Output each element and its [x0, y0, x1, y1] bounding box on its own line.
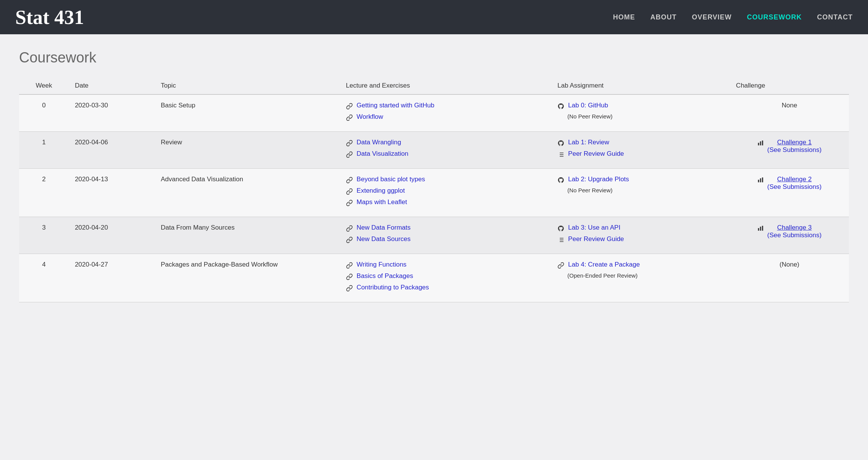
table-header-row: Week Date Topic Lecture and Exercises La… [19, 77, 849, 94]
lab-link[interactable]: Lab 0: GitHub [568, 102, 608, 109]
lecture-link[interactable]: New Data Sources [357, 235, 411, 243]
lecture-link-row: New Data Sources [346, 235, 545, 244]
cell-challenge: (None) [730, 254, 849, 302]
cell-date: 2020-04-06 [69, 132, 155, 169]
cell-date: 2020-04-13 [69, 169, 155, 217]
chain-icon [346, 199, 354, 207]
cell-week: 0 [19, 94, 69, 132]
table-row: 02020-03-30Basic SetupGetting started wi… [19, 94, 849, 132]
chain-icon [557, 261, 566, 269]
cell-date: 2020-03-30 [69, 94, 155, 132]
lecture-link[interactable]: Beyond basic plot types [357, 176, 425, 183]
chain-icon [346, 176, 354, 184]
lecture-link[interactable]: Contributing to Packages [357, 284, 429, 291]
lecture-link[interactable]: Writing Functions [357, 261, 407, 268]
lecture-link[interactable]: Extending ggplot [357, 187, 405, 195]
github-icon [557, 224, 566, 232]
challenge-none: (None) [780, 261, 799, 268]
chain-icon [346, 284, 354, 292]
lecture-link-row: Writing Functions [346, 261, 545, 270]
chain-icon [346, 261, 354, 269]
col-topic: Topic [155, 77, 340, 94]
lecture-link[interactable]: Data Wrangling [357, 139, 401, 146]
cell-lecture: Getting started with GitHubWorkflow [340, 94, 551, 132]
nav-contact[interactable]: CONTACT [817, 13, 853, 21]
github-icon [557, 176, 566, 184]
table-row: 32020-04-20Data From Many SourcesNew Dat… [19, 217, 849, 254]
lab-link-row: Lab 2: Upgrade Plots [557, 176, 724, 185]
challenge-link[interactable]: Challenge 3 [777, 224, 812, 231]
svg-rect-19 [760, 227, 761, 231]
coursework-table: Week Date Topic Lecture and Exercises La… [19, 77, 849, 302]
nav-coursework[interactable]: COURSEWORK [747, 13, 802, 21]
svg-rect-20 [762, 226, 763, 231]
nav-overview[interactable]: OVERVIEW [692, 13, 732, 21]
cell-date: 2020-04-20 [69, 217, 155, 254]
lecture-link-row: Basics of Packages [346, 272, 545, 281]
lab-link[interactable]: Peer Review Guide [568, 235, 624, 243]
chain-icon [346, 236, 354, 244]
challenge-link-row: Challenge 2(See Submissions) [736, 176, 843, 191]
col-lecture: Lecture and Exercises [340, 77, 551, 94]
lecture-link[interactable]: New Data Formats [357, 224, 411, 232]
lecture-link-row: Contributing to Packages [346, 284, 545, 293]
bar-chart-icon [757, 139, 766, 146]
lecture-link[interactable]: Data Visualization [357, 150, 408, 158]
github-icon [557, 139, 566, 147]
cell-lab: Lab 0: GitHub(No Peer Review) [551, 94, 730, 132]
nav-about[interactable]: ABOUT [650, 13, 677, 21]
lab-sub-text: (No Peer Review) [567, 113, 724, 120]
site-header: Stat 431 HOME ABOUT OVERVIEW COURSEWORK … [0, 0, 868, 34]
challenge-link[interactable]: Challenge 2 [777, 176, 812, 183]
chain-icon [346, 102, 354, 110]
lecture-link-row: Extending ggplot [346, 187, 545, 196]
challenge-sub: (See Submissions) [767, 232, 822, 239]
col-date: Date [69, 77, 155, 94]
lecture-link[interactable]: Getting started with GitHub [357, 102, 434, 109]
chain-icon [346, 187, 354, 195]
page-content: Coursework Week Date Topic Lecture and E… [0, 34, 868, 460]
cell-topic: Packages and Package-Based Workflow [155, 254, 340, 302]
table-row: 22020-04-13Advanced Data VisualizationBe… [19, 169, 849, 217]
lecture-link[interactable]: Maps with Leaflet [357, 198, 407, 206]
svg-rect-8 [762, 141, 763, 145]
site-title: Stat 431 [15, 6, 84, 29]
lab-link[interactable]: Lab 4: Create a Package [568, 261, 640, 268]
lecture-link-row: Getting started with GitHub [346, 102, 545, 111]
cell-challenge: Challenge 3(See Submissions) [730, 217, 849, 254]
lab-link[interactable]: Peer Review Guide [568, 150, 624, 158]
list-icon [557, 150, 566, 158]
col-challenge: Challenge [730, 77, 849, 94]
lab-sub-text: (No Peer Review) [567, 187, 724, 193]
lab-link[interactable]: Lab 1: Review [568, 139, 609, 146]
main-nav: HOME ABOUT OVERVIEW COURSEWORK CONTACT [613, 13, 853, 21]
cell-lecture: Data WranglingData Visualization [340, 132, 551, 169]
cell-lab: Lab 2: Upgrade Plots(No Peer Review) [551, 169, 730, 217]
cell-week: 4 [19, 254, 69, 302]
lecture-link[interactable]: Basics of Packages [357, 272, 413, 280]
cell-challenge: Challenge 1(See Submissions) [730, 132, 849, 169]
lecture-link-row: Data Wrangling [346, 139, 545, 148]
nav-home[interactable]: HOME [613, 13, 635, 21]
lecture-link-row: Workflow [346, 113, 545, 122]
cell-week: 1 [19, 132, 69, 169]
table-row: 12020-04-06ReviewData WranglingData Visu… [19, 132, 849, 169]
github-icon [557, 102, 566, 110]
lab-sub-text: (Open-Ended Peer Review) [567, 272, 724, 279]
chain-icon [346, 224, 354, 232]
svg-rect-18 [758, 228, 759, 231]
col-lab: Lab Assignment [551, 77, 730, 94]
cell-challenge: None [730, 94, 849, 132]
svg-rect-6 [758, 143, 759, 145]
lecture-link-row: New Data Formats [346, 224, 545, 233]
lab-link[interactable]: Lab 2: Upgrade Plots [568, 176, 629, 183]
lab-link-row: Lab 0: GitHub [557, 102, 724, 111]
svg-rect-10 [760, 178, 761, 182]
svg-rect-9 [758, 180, 759, 182]
chain-icon [346, 273, 354, 281]
col-week: Week [19, 77, 69, 94]
challenge-link[interactable]: Challenge 1 [777, 139, 812, 146]
lecture-link[interactable]: Workflow [357, 113, 383, 121]
cell-lecture: New Data FormatsNew Data Sources [340, 217, 551, 254]
lab-link[interactable]: Lab 3: Use an API [568, 224, 620, 232]
